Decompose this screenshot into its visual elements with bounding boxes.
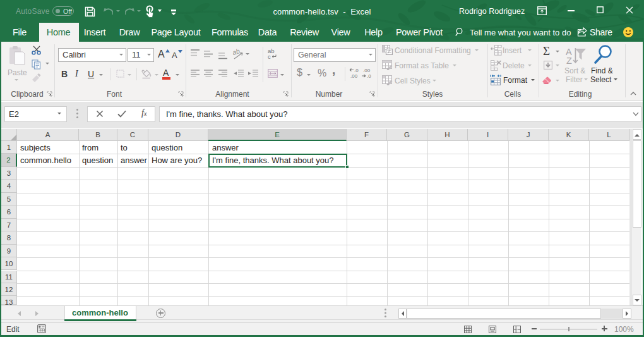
svg-text:.00: .00	[350, 73, 358, 78]
svg-text:.0: .0	[354, 68, 359, 73]
svg-text:Z: Z	[566, 56, 572, 64]
svg-text:c: c	[268, 53, 271, 59]
svg-text:.0: .0	[367, 73, 371, 78]
svg-text:.00: .00	[363, 68, 371, 73]
